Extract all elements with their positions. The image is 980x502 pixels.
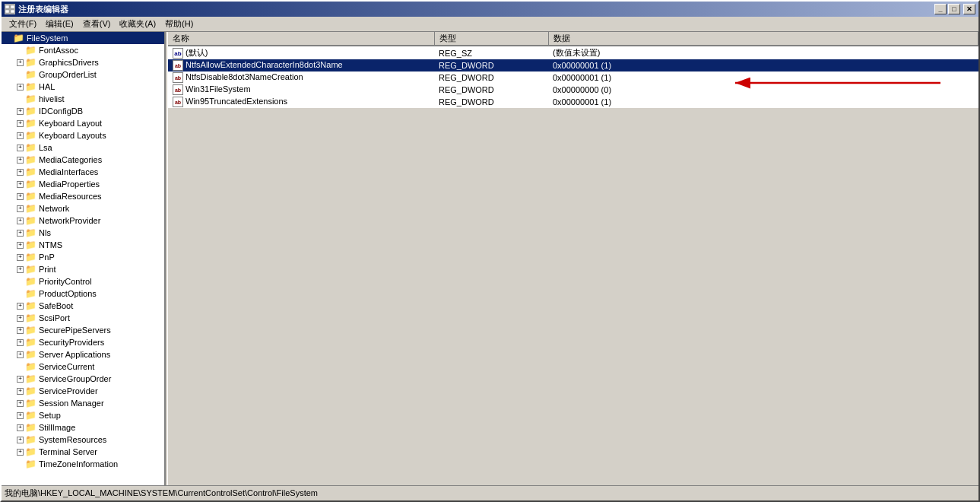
tree-item-hal[interactable]: +📁HAL [2,81,164,93]
menu-item-help[interactable]: 帮助(H) [160,17,198,31]
registry-tree-panel[interactable]: 📁FileSystem📁FontAssoc+📁GraphicsDrivers📁G… [2,32,165,485]
expand-btn-securepipeservers[interactable]: + [17,327,24,334]
tree-item-prioritycontrol[interactable]: 📁PriorityControl [2,275,164,288]
expand-btn-graphicsdrivers[interactable]: + [17,59,24,66]
menu-item-favorites[interactable]: 收藏夹(A) [115,17,160,31]
table-header-row: 名称 类型 数据 [168,32,978,46]
tree-item-mediaproperties[interactable]: +📁MediaProperties [2,178,164,190]
table-row-ntfsallowextended[interactable]: abNtfsAllowExtendedCharacterIn8dot3NameR… [168,59,978,71]
cell-type-win95truncated: REG_DWORD [434,96,548,108]
expand-btn-mediacategories[interactable]: + [17,157,24,164]
tree-item-sessionmanager[interactable]: +📁Session Manager [2,397,164,409]
tree-label-nls: Nls [39,228,51,237]
minimize-button[interactable]: _ [934,4,947,14]
tree-item-fontassoc[interactable]: 📁FontAssoc [2,44,164,56]
expand-btn-ntms[interactable]: + [17,242,24,249]
tree-item-graphicsdrivers[interactable]: +📁GraphicsDrivers [2,56,164,68]
expand-btn-safeboot[interactable]: + [17,303,24,310]
expand-btn-mediainterfaces[interactable]: + [17,169,24,176]
close-button[interactable]: ✕ [963,4,975,14]
table-row-win31filesystem[interactable]: abWin31FileSystemREG_DWORD0x00000000 (0) [168,84,978,96]
tree-item-hivelist[interactable]: 📁hivelist [2,93,164,105]
tree-item-idconfigdb[interactable]: +📁IDConfigDB [2,105,164,117]
folder-icon-serviceprovider: 📁 [25,386,36,396]
tree-item-lsa[interactable]: +📁Lsa [2,141,164,154]
tree-item-mediainterfaces[interactable]: +📁MediaInterfaces [2,166,164,178]
title-bar: 注册表编辑器 _ □ ✕ [2,2,978,17]
expand-btn-hal[interactable]: + [17,84,24,91]
expand-btn-servicegrouporder[interactable]: + [17,376,24,383]
tree-item-ntms[interactable]: +📁NTMS [2,239,164,251]
expand-btn-mediaproperties[interactable]: + [17,181,24,188]
expand-btn-pnp[interactable]: + [17,254,24,261]
tree-label-timezoneinformation: TimeZoneInformation [39,459,118,469]
expand-btn-network[interactable]: + [17,205,24,212]
tree-item-productoptions[interactable]: 📁ProductOptions [2,288,164,300]
folder-icon-sessionmanager: 📁 [25,398,36,408]
table-row-win95truncated[interactable]: abWin95TruncatedExtensionsREG_DWORD0x000… [168,96,978,108]
folder-icon-filesystem: 📁 [13,33,24,43]
cell-data-win31filesystem: 0x00000000 (0) [548,84,978,96]
tree-item-securityproviders[interactable]: +📁SecurityProviders [2,336,164,348]
tree-item-serviceprovider[interactable]: +📁ServiceProvider [2,385,164,397]
tree-item-keyboardlayout[interactable]: +📁Keyboard Layout [2,117,164,129]
folder-icon-lsa: 📁 [25,142,36,153]
tree-item-filesystem[interactable]: 📁FileSystem [2,32,164,44]
tree-item-grouporderlist[interactable]: 📁GroupOrderList [2,68,164,81]
table-row-default[interactable]: ab(默认)REG_SZ(数值未设置) [168,46,978,59]
cell-name-default: ab(默认) [168,46,434,59]
tree-item-networkprovider[interactable]: +📁NetworkProvider [2,214,164,227]
tree-item-nls[interactable]: +📁Nls [2,227,164,239]
expand-btn-serviceprovider[interactable]: + [17,388,24,395]
tree-item-scsiport[interactable]: +📁ScsiPort [2,312,164,324]
tree-item-print[interactable]: +📁Print [2,263,164,275]
expand-btn-scsiport[interactable]: + [17,315,24,322]
tree-label-setup: Setup [39,411,61,420]
tree-item-network[interactable]: +📁Network [2,202,164,214]
tree-item-terminalserver[interactable]: +📁Terminal Server [2,446,164,458]
menu-item-edit[interactable]: 编辑(E) [41,17,78,31]
tree-label-print: Print [39,265,56,274]
tree-item-stillimage[interactable]: +📁StillImage [2,421,164,434]
tree-label-idconfigdb: IDConfigDB [39,106,83,116]
expand-btn-systemresources[interactable]: + [17,437,24,443]
cell-data-win95truncated: 0x00000001 (1) [548,96,978,108]
table-row-ntfsdisable[interactable]: abNtfsDisable8dot3NameCreationREG_DWORD0… [168,71,978,84]
tree-item-keyboardlayouts[interactable]: +📁Keyboard Layouts [2,129,164,141]
title-bar-left: 注册表编辑器 [5,4,68,15]
expand-btn-stillimage[interactable]: + [17,424,24,431]
menu-item-file[interactable]: 文件(F) [5,17,41,31]
expand-btn-nls[interactable]: + [17,230,24,237]
expand-btn-sessionmanager[interactable]: + [17,400,24,407]
expand-btn-idconfigdb[interactable]: + [17,108,24,115]
expand-btn-networkprovider[interactable]: + [17,218,24,224]
expand-btn-mediaresources[interactable]: + [17,193,24,200]
expand-btn-lsa[interactable]: + [17,145,24,151]
tree-item-setup[interactable]: +📁Setup [2,409,164,421]
cell-name-text-win95truncated: Win95TruncatedExtensions [186,97,287,106]
cell-type-ntfsdisable: REG_DWORD [434,71,548,84]
cell-type-default: REG_SZ [434,46,548,59]
tree-item-pnp[interactable]: +📁PnP [2,251,164,263]
expand-btn-serverapplications[interactable]: + [17,351,24,358]
expand-btn-print[interactable]: + [17,266,24,273]
folder-icon-servicegrouporder: 📁 [25,373,36,384]
tree-item-servicecurrent[interactable]: 📁ServiceCurrent [2,361,164,373]
tree-item-mediaresources[interactable]: +📁MediaResources [2,190,164,202]
menu-item-view[interactable]: 查看(V) [78,17,116,31]
registry-editor-window: 注册表编辑器 _ □ ✕ 文件(F)编辑(E)查看(V)收藏夹(A)帮助(H) … [0,0,980,502]
cell-data-default: (数值未设置) [548,46,978,59]
tree-item-securepipeservers[interactable]: +📁SecurePipeServers [2,324,164,336]
tree-item-serverapplications[interactable]: +📁Server Applications [2,348,164,361]
expand-btn-setup[interactable]: + [17,412,24,419]
tree-item-safeboot[interactable]: +📁SafeBoot [2,300,164,312]
expand-btn-keyboardlayouts[interactable]: + [17,132,24,139]
maximize-button[interactable]: □ [948,4,960,14]
expand-btn-keyboardlayout[interactable]: + [17,120,24,127]
tree-item-systemresources[interactable]: +📁SystemResources [2,434,164,446]
tree-item-mediacategories[interactable]: +📁MediaCategories [2,154,164,166]
tree-item-timezoneinformation[interactable]: 📁TimeZoneInformation [2,458,164,470]
expand-btn-securityproviders[interactable]: + [17,339,24,346]
expand-btn-terminalserver[interactable]: + [17,449,24,456]
tree-item-servicegrouporder[interactable]: +📁ServiceGroupOrder [2,373,164,385]
